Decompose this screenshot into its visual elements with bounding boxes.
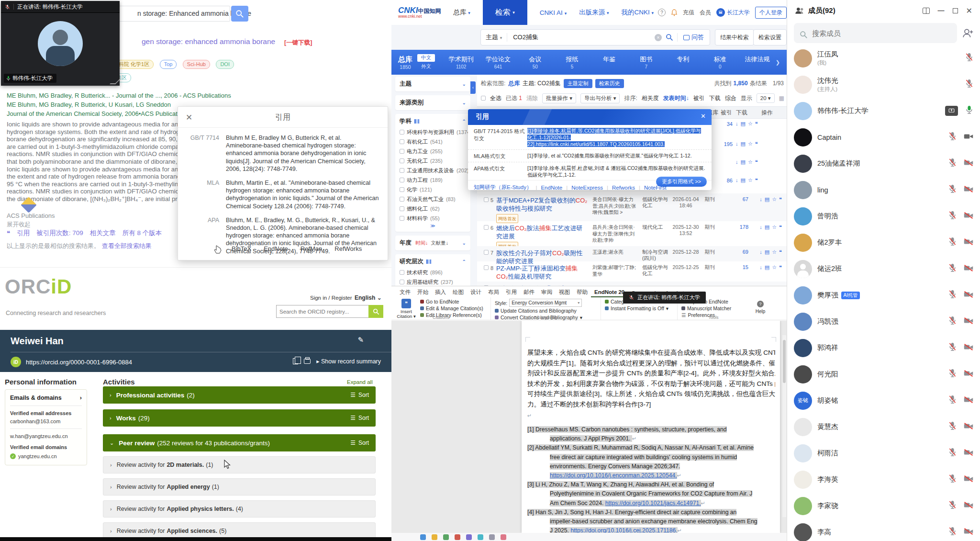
video-call-overlay[interactable]: 正在讲话: 韩伟伟-长江大学 韩伟伟-长江大学 [1,1,120,86]
member-row[interactable]: 韩伟伟-长江大学 [787,98,980,124]
mic-icon[interactable] [948,132,957,143]
source-cell[interactable]: 低碳化学与化工 [642,264,672,282]
expand-all-link[interactable]: Expand all [347,379,373,385]
mic-icon[interactable] [965,53,973,64]
tab-chinese[interactable]: 中文 [417,54,435,62]
grid-view-icon[interactable]: ▦ [779,95,784,101]
search-in-results-button[interactable]: 结果中检索 [715,29,754,45]
download-icon[interactable]: ↓ [759,224,762,246]
signin-register-link[interactable]: Sign in / Register [310,295,352,301]
camera-icon[interactable] [964,396,973,406]
subject-filter-item[interactable]: 环境科学与资源利用(1374) [400,127,466,137]
favorite-icon[interactable]: ☆ [748,159,753,165]
close-icon[interactable]: ✕ [966,6,972,15]
camera-icon[interactable] [964,264,973,274]
ribbon-tab[interactable]: 邮件 [520,287,538,297]
mic-icon[interactable] [965,79,973,90]
batch-actions-dropdown[interactable]: 批量操作 ▾ [542,93,576,103]
mic-icon[interactable] [948,474,957,485]
tab-laws[interactable]: 法律法规 [739,55,776,69]
cite-icon[interactable]: ❝ [755,177,758,183]
camera-icon[interactable] [964,370,973,379]
edit-manage-citations-button[interactable]: Edit & Manage Citation(s) [420,305,487,311]
review-activity-row[interactable]: › Review activity forApplied energy(1) [103,478,376,496]
member-row[interactable]: 冯凯强 [787,308,980,335]
favorite-icon[interactable]: ☆ [772,196,777,221]
sort-button[interactable]: ☰Sort [350,440,369,446]
top-badge[interactable]: Top [160,60,177,69]
search-icon[interactable] [666,34,673,41]
page-size-dropdown[interactable]: 20 ▾ [757,93,775,103]
filter-subject[interactable]: 学科⌃ [400,117,466,125]
menu-search-active[interactable]: 检索 ▾ [483,0,527,25]
search-history-button[interactable]: 检索历史 [595,79,624,88]
more-citation-formats-button[interactable]: 更多引用格式 >> [656,177,707,187]
checkbox[interactable] [400,270,404,275]
taskbar-icon[interactable] [501,534,506,540]
subject-filter-item[interactable]: 化学(121) [400,185,466,194]
member-row[interactable]: 李高 [787,519,980,541]
sort-pubtime[interactable]: 发表时间↓ [663,94,689,102]
doi-badge[interactable]: DOI [216,60,234,69]
minimize-icon[interactable]: — [938,7,945,14]
org-account[interactable]: 🏛长江大学 [716,8,750,17]
member-row[interactable]: 姿铭 胡姿铭 [787,387,980,414]
source-cell[interactable]: 制冷与空调(四川) [642,249,672,261]
doi-link[interactable]: https://doi.org/10.1016/j.cej.2025.17118… [570,527,677,533]
source-cell[interactable]: 现代化工 [642,224,672,246]
read-icon[interactable]: ▤ [765,264,769,282]
member-row[interactable]: 黄慧杰 [787,414,980,440]
tab-foreign[interactable]: 外文 [417,63,435,70]
camera-icon[interactable] [964,159,973,169]
search-settings-button[interactable]: 检索设置 [753,29,787,45]
mic-icon[interactable] [948,369,957,380]
help-icon[interactable]: ? [658,9,666,16]
review-activity-row[interactable]: › Review activity for2D materials.(1) [103,456,376,473]
export-format-link[interactable]: EndNote [264,245,288,252]
export-analyze-dropdown[interactable]: 导出与分析 ▾ [580,93,620,103]
tab-patents[interactable]: 专利 [665,55,702,69]
member-row[interactable]: 沈伟光 (主持人) [787,71,980,98]
sort-overall[interactable]: 综合 [725,94,736,102]
authors-cell[interactable]: 昌兵兵;美合日阿依·穆太力普;张增伟;刘欣勘;李帅 [592,224,642,246]
download-icon[interactable]: ↓ [735,121,738,127]
favorite-icon[interactable]: ☆ [748,177,753,183]
taskbar-icon[interactable] [466,534,472,540]
references-block[interactable]: [1] Dresselhaus MS. Carbon nanotubes : s… [527,425,776,533]
taskbar-icon[interactable] [478,534,483,540]
ribbon-tab[interactable]: 引用 [502,287,520,297]
ribbon-tab[interactable]: 视图 [556,287,573,297]
camera-icon[interactable] [964,317,973,327]
related-articles-link[interactable]: 相关文章 [90,229,116,237]
member-row[interactable]: ling [787,177,980,203]
member-row[interactable]: 郭鸿祥 [787,335,980,361]
checkbox[interactable] [400,178,404,182]
section-professional-activities[interactable]: › Professional activities(2) ☰Sort [103,386,376,404]
favorite-icon[interactable]: ☆ [772,224,777,246]
camera-icon[interactable] [964,501,973,511]
sort-volume[interactable]: 文献量↓ [431,240,448,247]
show-record-summary-link[interactable]: ▸ Show record summary [316,358,381,365]
cnki-search-query[interactable]: CO2捕集 [507,33,655,42]
member-row[interactable]: 江伍凤 (我) [787,45,980,71]
section-peer-review[interactable]: ⌄ Peer review(252 reviews for 43 publica… [103,434,376,451]
ribbon-tab[interactable]: 绘图 [449,287,467,297]
download-icon[interactable]: ↓ [759,249,762,261]
camera-icon[interactable] [964,291,973,300]
checkbox[interactable] [400,206,404,211]
authors-cell[interactable]: 美合日阿依·穆太力普;昌兵兵;刘欣勘;张增伟;魏景阳 > [592,196,642,221]
resize-handle[interactable] [110,79,121,84]
ribbon-tab[interactable]: 审阅 [538,287,556,297]
row-checkbox[interactable] [484,197,489,202]
menu-cnki-ai[interactable]: CNKI AI ▾ [540,9,567,16]
member-row[interactable]: 何光阳 [787,361,980,387]
subject-filter-item[interactable]: 动力工程(189) [400,175,466,185]
instant-formatting-button[interactable]: Instant Formatting is Off ▾ [605,305,673,311]
export-format-link[interactable]: RefWorks [334,245,362,252]
read-icon[interactable]: ▤ [741,159,746,165]
member-row[interactable]: 樊厚强AI托管 [787,282,980,308]
mic-icon[interactable] [948,448,957,459]
camera-icon[interactable] [964,422,973,432]
ribbon-tab[interactable]: 文件 [396,287,414,297]
taskbar-icon[interactable] [443,534,449,540]
